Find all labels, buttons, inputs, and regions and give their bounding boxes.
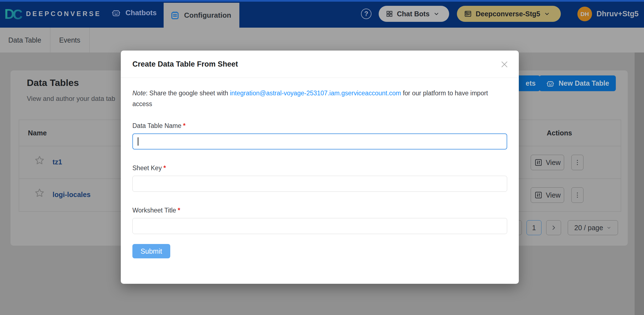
- kebab-menu-icon: [574, 191, 581, 199]
- chevron-down-icon: [433, 11, 439, 17]
- field-label-data-table-name: Data Table Name*: [132, 122, 507, 130]
- sliders-icon: [534, 191, 543, 199]
- submit-button[interactable]: Submit: [132, 244, 170, 258]
- view-button-label: View: [546, 191, 561, 199]
- pagination-current-label: 1: [532, 224, 536, 232]
- nav-chatbots-label: Chatbots: [125, 9, 157, 17]
- close-icon: [501, 61, 508, 68]
- chevron-down-icon: [544, 11, 550, 17]
- data-table-name-label: Data Table Name: [132, 122, 181, 129]
- sheet-key-input-box: [132, 176, 507, 192]
- table-name-link[interactable]: logi-locales: [53, 191, 91, 199]
- table-name-link[interactable]: tz1: [53, 158, 62, 166]
- page-size-select[interactable]: 20 / page: [568, 220, 618, 235]
- scrollbar-track[interactable]: [635, 53, 644, 315]
- deepconverse-logo-icon: D C: [5, 6, 24, 22]
- page-size-label: 20 / page: [574, 224, 603, 232]
- column-header-name: Name: [28, 129, 47, 137]
- field-label-worksheet-title: Worksheet Title*: [132, 207, 507, 214]
- worksheet-title-input-box: [132, 218, 507, 234]
- robot-icon: [111, 8, 121, 18]
- chat-bots-dropdown-button[interactable]: Chat Bots: [379, 6, 449, 22]
- new-data-table-button[interactable]: New Data Table: [539, 75, 616, 91]
- configuration-notepad-icon: [170, 11, 180, 20]
- robot-icon: [546, 79, 555, 88]
- view-button-label: View: [546, 159, 561, 167]
- secondary-nav: Data Table Events: [0, 28, 644, 53]
- help-icon[interactable]: ?: [361, 9, 371, 19]
- modal-title: Create Data Table From Sheet: [132, 60, 238, 69]
- pagination-next-button[interactable]: [546, 220, 561, 235]
- tab-data-table[interactable]: Data Table: [0, 28, 50, 53]
- modal-body: Note: Share the google sheet with integr…: [121, 88, 519, 258]
- note-before-link: : Share the google sheet with: [146, 90, 230, 97]
- help-glyph: ?: [364, 10, 368, 18]
- modal-header: Create Data Table From Sheet: [121, 51, 519, 78]
- nav-configuration-label: Configuration: [184, 11, 231, 20]
- chat-bots-label: Chat Bots: [397, 10, 430, 18]
- sliders-icon: [534, 158, 543, 167]
- chevron-right-icon: [551, 225, 557, 231]
- create-data-table-modal: Create Data Table From Sheet Note: Share…: [121, 51, 519, 284]
- screen: D C DEEPCONVERSE Chatbots Configuration: [0, 0, 644, 315]
- row-more-actions-button[interactable]: [571, 155, 583, 170]
- data-table-name-input[interactable]: [132, 133, 507, 149]
- page-subtitle: View and author your data tab: [27, 95, 115, 103]
- required-asterisk: *: [163, 164, 166, 172]
- sheet-key-label: Sheet Key: [132, 164, 162, 172]
- service-account-link[interactable]: integration@astral-voyage-253107.iam.gse…: [230, 90, 401, 97]
- modal-note: Note: Share the google sheet with integr…: [132, 88, 507, 109]
- tab-events[interactable]: Events: [50, 28, 89, 53]
- workspace-label: Deepconverse-Stg5: [476, 10, 540, 18]
- nav-item-chatbots[interactable]: Chatbots: [111, 8, 157, 18]
- page-title: Data Tables: [27, 77, 79, 88]
- top-navbar: D C DEEPCONVERSE Chatbots Configuration: [0, 0, 644, 28]
- worksheet-title-input[interactable]: [132, 218, 507, 234]
- avatar-initials: DH: [580, 11, 589, 17]
- tab-events-label: Events: [59, 36, 80, 44]
- view-button[interactable]: View: [531, 155, 564, 170]
- required-asterisk: *: [183, 122, 185, 129]
- chevron-down-icon: [606, 225, 611, 230]
- tab-data-table-label: Data Table: [8, 36, 41, 44]
- modal-close-button[interactable]: [501, 61, 508, 68]
- pagination-page-1-button[interactable]: 1: [527, 220, 541, 235]
- top-highlight-strip: [0, 0, 644, 2]
- sheet-key-input[interactable]: [132, 176, 507, 192]
- svg-text:C: C: [13, 7, 23, 22]
- import-from-sheets-label: ets: [526, 79, 536, 87]
- star-icon[interactable]: [34, 187, 45, 198]
- required-asterisk: *: [178, 207, 180, 214]
- field-label-sheet-key: Sheet Key*: [132, 164, 507, 172]
- row-more-actions-button[interactable]: [571, 187, 583, 203]
- workspace-dropdown-button[interactable]: Deepconverse-Stg5: [457, 6, 561, 22]
- note-prefix: Note: [132, 90, 146, 97]
- kebab-menu-icon: [574, 159, 581, 166]
- grid-icon: [386, 10, 393, 17]
- username-label: Dhruv+Stg5: [596, 10, 638, 18]
- column-header-actions: Actions: [547, 129, 572, 137]
- view-button[interactable]: View: [531, 187, 564, 203]
- browser-window-icon: [464, 10, 472, 18]
- worksheet-title-label: Worksheet Title: [132, 207, 176, 214]
- data-table-name-input-box: [132, 133, 507, 149]
- brand-wordmark: DEEPCONVERSE: [26, 10, 101, 18]
- new-data-table-label: New Data Table: [559, 79, 609, 87]
- text-caret: [138, 137, 138, 146]
- nav-tab-configuration-active[interactable]: Configuration: [164, 3, 239, 28]
- user-avatar[interactable]: DH: [577, 7, 592, 21]
- star-icon[interactable]: [34, 155, 45, 166]
